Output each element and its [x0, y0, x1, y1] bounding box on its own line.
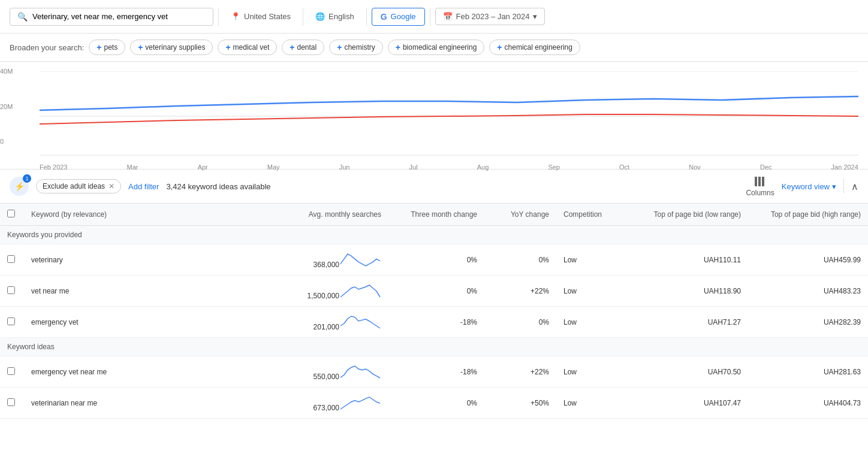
- broaden-chip-medical-vet[interactable]: + medical vet: [218, 40, 277, 55]
- chip-label: chemistry: [344, 43, 375, 52]
- row-checkbox[interactable]: [7, 367, 15, 375]
- svg-rect-4: [758, 177, 761, 186]
- divider-v: [843, 179, 844, 193]
- competition-cell: Low: [556, 419, 628, 420]
- table-row: emergency vet 201,000 -18% 0% Low UAH71.…: [0, 307, 868, 338]
- y-label-40m: 40M: [0, 68, 30, 75]
- plus-icon: +: [290, 43, 294, 52]
- x-label-jun: Jun: [339, 164, 350, 171]
- th-keyword[interactable]: Keyword (by relevance): [24, 204, 293, 226]
- keyword-cell: emergency vet near me: [24, 356, 293, 388]
- keywords-count: 3,424 keyword ideas available: [166, 182, 739, 191]
- location-icon: 📍: [231, 12, 240, 21]
- avg-cell: 201,000: [293, 307, 388, 338]
- avg-cell: 673,000: [293, 388, 388, 419]
- language-button[interactable]: 🌐 English: [308, 8, 361, 25]
- keyword-cell: veterinarian near me: [24, 388, 293, 419]
- select-all-checkbox[interactable]: [7, 210, 15, 217]
- broaden-chip-chemistry[interactable]: + chemistry: [329, 40, 383, 55]
- section-ideas: Keyword ideas: [0, 338, 868, 356]
- competition-cell: Low: [556, 244, 628, 276]
- filter-icon: ⚡: [14, 181, 25, 191]
- row-checkbox-cell[interactable]: [0, 388, 24, 419]
- collapse-button[interactable]: ∧: [851, 181, 858, 192]
- bid-high-cell: UAH404.73: [748, 388, 868, 419]
- th-competition[interactable]: Competition: [556, 204, 628, 226]
- filter-icon-button[interactable]: ⚡ 1: [10, 177, 29, 196]
- chip-label: veterinary supplies: [145, 43, 205, 52]
- location-button[interactable]: 📍 United States: [224, 8, 298, 25]
- th-select-all[interactable]: [0, 204, 24, 226]
- broaden-chip-biomedical[interactable]: + biomedical engineering: [388, 40, 485, 55]
- yoy-cell: +22%: [484, 356, 556, 388]
- broaden-chip-chemical-engineering[interactable]: + chemical engineering: [489, 40, 580, 55]
- exclude-adult-chip[interactable]: Exclude adult ideas ✕: [36, 179, 121, 193]
- keyword-cell: vet near me: [24, 276, 293, 307]
- th-bid-high[interactable]: Top of page bid (high range): [748, 204, 868, 226]
- chevron-down-icon: ▾: [533, 12, 537, 21]
- row-checkbox-cell[interactable]: [0, 307, 24, 338]
- avg-cell: 246,000: [293, 419, 388, 420]
- row-checkbox-cell[interactable]: [0, 276, 24, 307]
- keyword-cell: emergency vet: [24, 307, 293, 338]
- section-label: Keyword ideas: [0, 338, 868, 356]
- th-bid-low[interactable]: Top of page bid (low range): [628, 204, 748, 226]
- search-input[interactable]: [32, 12, 206, 21]
- y-label-20m: 20M: [0, 103, 30, 110]
- table-row: animal hospital near me 246,000 0% +22% …: [0, 419, 868, 420]
- th-three-month[interactable]: Three month change: [388, 204, 484, 226]
- row-checkbox[interactable]: [7, 398, 15, 406]
- broaden-chip-veterinary-supplies[interactable]: + veterinary supplies: [130, 40, 213, 55]
- section-provided: Keywords you provided: [0, 226, 868, 244]
- yoy-cell: 0%: [484, 244, 556, 276]
- bid-low-cell: UAH86.51: [628, 419, 748, 420]
- google-icon: G: [381, 12, 387, 22]
- th-avg-monthly[interactable]: Avg. monthly searches: [293, 204, 388, 226]
- competition-cell: Low: [556, 307, 628, 338]
- yoy-cell: +22%: [484, 419, 556, 420]
- th-yoy[interactable]: YoY change: [484, 204, 556, 226]
- section-label: Keywords you provided: [0, 226, 868, 244]
- bid-high-cell: UAH359.38: [748, 419, 868, 420]
- keyword-view-button[interactable]: Keyword view ▾: [782, 182, 836, 191]
- keyword-view-label: Keyword view: [782, 182, 830, 191]
- x-label-jan2024: Jan 2024: [831, 164, 858, 171]
- row-checkbox[interactable]: [7, 255, 15, 263]
- table-row: veterinary 368,000 0% 0% Low UAH110.11 U…: [0, 244, 868, 276]
- svg-rect-3: [755, 177, 757, 186]
- bid-low-cell: UAH107.47: [628, 388, 748, 419]
- columns-label: Columns: [746, 189, 774, 197]
- x-label-jul: Jul: [409, 164, 418, 171]
- chart-area: 40M 20M 0 Feb 2023 Mar Apr May Jun Jul A…: [0, 62, 868, 170]
- bid-low-cell: UAH71.27: [628, 307, 748, 338]
- keyword-cell: veterinary: [24, 244, 293, 276]
- date-range-button[interactable]: 📅 Feb 2023 – Jan 2024 ▾: [435, 8, 545, 25]
- keyword-table-container[interactable]: Keyword (by relevance) Avg. monthly sear…: [0, 204, 868, 419]
- chip-label: chemical engineering: [505, 43, 572, 52]
- broaden-chip-pets[interactable]: + pets: [89, 40, 125, 55]
- platform-button[interactable]: G Google: [372, 8, 425, 26]
- table-row: veterinarian near me 673,000 0% +50% Low…: [0, 388, 868, 419]
- columns-button[interactable]: Columns: [746, 175, 774, 197]
- date-range-label: Feb 2023 – Jan 2024: [456, 12, 530, 21]
- add-filter-button[interactable]: Add filter: [128, 182, 159, 191]
- plus-icon: +: [396, 43, 400, 52]
- avg-cell: 1,500,000: [293, 276, 388, 307]
- chip-label: pets: [104, 43, 117, 52]
- close-icon[interactable]: ✕: [108, 182, 114, 190]
- broaden-chip-dental[interactable]: + dental: [282, 40, 324, 55]
- bid-low-cell: UAH118.90: [628, 276, 748, 307]
- row-checkbox-cell[interactable]: [0, 356, 24, 388]
- bid-high-cell: UAH483.23: [748, 276, 868, 307]
- x-label-sep: Sep: [548, 164, 560, 171]
- x-label-oct: Oct: [619, 164, 629, 171]
- row-checkbox-cell[interactable]: [0, 419, 24, 420]
- row-checkbox[interactable]: [7, 286, 15, 294]
- search-box[interactable]: 🔍: [10, 8, 213, 26]
- row-checkbox[interactable]: [7, 317, 15, 325]
- language-label: English: [328, 12, 354, 21]
- x-label-apr: Apr: [198, 164, 208, 171]
- three-month-cell: 0%: [388, 276, 484, 307]
- row-checkbox-cell[interactable]: [0, 244, 24, 276]
- three-month-cell: -18%: [388, 307, 484, 338]
